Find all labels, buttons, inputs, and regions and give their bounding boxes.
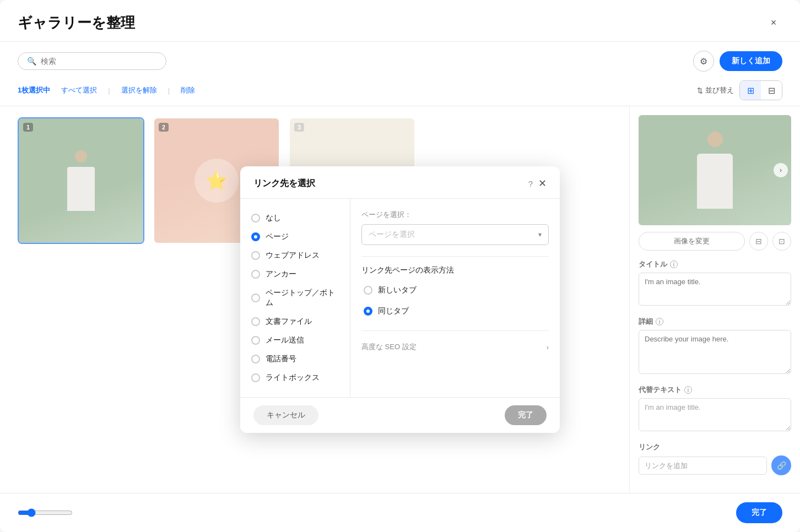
coat-head [75,150,87,162]
panel-coat-head [707,132,723,147]
radio-item-web[interactable]: ウェブアドレス [249,247,341,264]
header: ギャラリーを整理 × [0,0,800,42]
link-icon-button[interactable]: 🔗 [771,455,791,475]
panel-adjust-button[interactable]: ⊟ [749,232,768,251]
settings-button[interactable]: ⚙ [693,51,714,72]
search-box: 🔍 [18,52,166,70]
radio-label-web: ウェブアドレス [266,251,320,260]
seo-settings-row[interactable]: 高度な SEO 設定 › [361,340,549,354]
display-method-options: 新しいタブ 同じタブ [361,282,549,319]
gallery-item[interactable]: 1 [18,117,144,244]
radio-item-doc[interactable]: 文書ファイル [249,313,341,330]
dialog-footer: キャンセル 完了 [240,397,560,433]
close-button[interactable]: × [765,14,782,32]
deselect-button[interactable]: 選択を解除 [121,85,157,95]
sliders-icon: ⊟ [755,237,762,246]
radio-label-new-tab: 新しいタブ [378,285,417,295]
dialog-done-button[interactable]: 完了 [505,405,547,425]
view-small-button[interactable]: ⊟ [761,81,782,100]
add-new-button[interactable]: 新しく追加 [720,51,782,71]
select-all-button[interactable]: すべて選択 [61,85,97,95]
radio-label-anchor: アンカー [266,269,296,279]
radio-item-new-tab[interactable]: 新しいタブ [361,282,549,298]
radio-circle-web [251,251,260,260]
radio-label-none: なし [266,213,281,223]
panel-coat-body [697,154,733,209]
page-select-dropdown[interactable]: ページを選択 ▾ [361,224,549,245]
selected-count-label: 1枚選択中 [18,85,50,95]
radio-circle-doc [251,317,260,326]
title-field-section: タイトル i I'm an image title. [639,259,791,308]
item-number: 3 [294,123,304,132]
dialog-link-options: なし ページ ウェブアドレス [240,199,350,397]
radio-label-email: メール送信 [266,335,304,345]
radio-label-phone: 電話番号 [266,354,296,364]
radio-circle-new-tab [364,286,372,295]
display-method-label: リンク先ページの表示方法 [361,265,549,275]
change-image-button[interactable]: 画像を変更 [639,232,745,251]
radio-label-pagetop: ページトップ／ボトム [266,288,339,308]
radio-item-same-tab[interactable]: 同じタブ [361,303,549,319]
radio-item-pagetop[interactable]: ページトップ／ボトム [249,285,341,311]
radio-circle-lightbox [251,373,260,382]
page-select-placeholder: ページを選択 [369,230,415,240]
main-window: ギャラリーを整理 × 🔍 ⚙ 新しく追加 1枚選択中 すべて選択 | 選択を解除… [0,0,800,532]
display-method-section: リンク先ページの表示方法 新しいタブ 同じタブ [361,265,549,319]
radio-item-none[interactable]: なし [249,210,341,226]
toolbar-right: ⇅ 並び替え ⊞ ⊟ [697,80,782,100]
title-info-icon: i [670,260,678,268]
panel-image-nav-next[interactable]: › [774,163,788,177]
alt-info-icon: i [684,386,692,394]
page-title: ギャラリーを整理 [18,13,135,32]
dialog-help-button[interactable]: ? [528,179,533,188]
radio-circle-page [251,232,260,241]
grid-small-icon: ⊟ [768,85,775,96]
toolbar-divider1: | [108,86,110,95]
radio-item-phone[interactable]: 電話番号 [249,351,341,367]
radio-item-email[interactable]: メール送信 [249,332,341,349]
radio-item-anchor[interactable]: アンカー [249,266,341,283]
gear-icon: ⚙ [700,56,707,67]
right-panel: › 画像を変更 ⊟ ⊡ タイトル i I'm an image title. [629,106,800,493]
dialog-header: リンク先を選択 ? ✕ [240,166,560,199]
cancel-button[interactable]: キャンセル [253,405,318,425]
search-icon: 🔍 [27,57,36,66]
delete-button[interactable]: 削除 [181,85,195,95]
dialog-close-button[interactable]: ✕ [538,177,547,189]
dialog-divider [361,256,549,257]
page-select-label: ページを選択： [361,210,549,220]
coat-body [67,167,95,211]
radio-item-page[interactable]: ページ [249,229,341,245]
alt-field-section: 代替テキスト i [639,385,791,433]
panel-crop-button[interactable]: ⊡ [772,232,791,251]
title-textarea[interactable]: I'm an image title. [639,273,791,306]
page-select-section: ページを選択： ページを選択 ▾ [361,210,549,245]
link-input[interactable] [639,457,767,475]
coat-figure-1 [62,150,100,211]
toolbar-left: 1枚選択中 すべて選択 | 選択を解除 | 削除 [18,85,195,95]
view-large-button[interactable]: ⊞ [740,81,761,100]
link-row: 🔗 [639,455,791,475]
radio-label-lightbox: ライトボックス [266,373,320,383]
detail-textarea[interactable]: Describe your image here. [639,330,791,374]
detail-info-icon: i [656,318,663,325]
dialog-title: リンク先を選択 [253,178,315,189]
chevron-down-icon: ▾ [538,231,542,238]
radio-label-doc: 文書ファイル [266,317,312,327]
zoom-slider-container [18,508,73,517]
search-bar-row: 🔍 ⚙ 新しく追加 [0,42,800,80]
alt-textarea[interactable] [639,398,791,431]
zoom-slider[interactable] [18,508,73,517]
link-select-dialog: リンク先を選択 ? ✕ なし [240,166,560,433]
detail-label: 詳細 i [639,317,791,327]
grid-large-icon: ⊞ [747,85,754,96]
main-done-button[interactable]: 完了 [736,502,782,523]
radio-item-lightbox[interactable]: ライトボックス [249,370,341,386]
item-number: 2 [159,123,169,132]
dialog-header-icons: ? ✕ [528,177,547,189]
search-input[interactable] [41,57,157,66]
content-area: 1 2 ⭐ [0,106,800,493]
link-field-section: リンク 🔗 [639,442,791,475]
toolbar: 1枚選択中 すべて選択 | 選択を解除 | 削除 ⇅ 並び替え ⊞ ⊟ [0,80,800,106]
seo-label: 高度な SEO 設定 [361,342,417,352]
